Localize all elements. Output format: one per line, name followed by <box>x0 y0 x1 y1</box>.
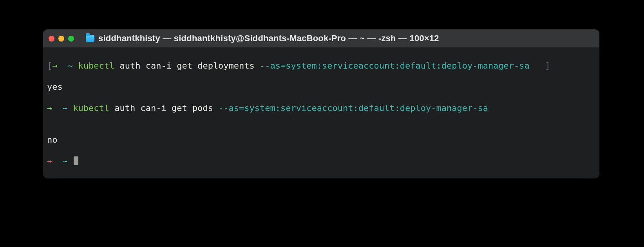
prompt-path: ~ <box>68 61 73 71</box>
minimize-icon[interactable] <box>58 36 64 42</box>
command-name: kubectl <box>73 103 109 113</box>
titlebar[interactable]: siddhantkhisty — siddhantkhisty@Siddhant… <box>43 29 599 47</box>
window-title: siddhantkhisty — siddhantkhisty@Siddhant… <box>98 33 594 44</box>
terminal-line: → ~ kubectl auth can-i get pods --as=sys… <box>47 103 595 113</box>
terminal-body[interactable]: [→ ~ kubectl auth can-i get deployments … <box>43 47 599 178</box>
command-flag: --as=system:serviceaccount:default:deplo… <box>260 61 530 71</box>
prompt-path: ~ <box>63 103 68 113</box>
terminal-line: → ~ <box>47 156 595 166</box>
command-args: auth can-i get deployments <box>114 61 260 71</box>
traffic-lights <box>49 36 74 42</box>
command-flag: --as=system:serviceaccount:default:deplo… <box>218 103 488 113</box>
command-args: auth can-i get pods <box>109 103 218 113</box>
close-icon[interactable] <box>49 36 54 42</box>
terminal-output: no <box>47 134 595 145</box>
prompt-path: ~ <box>63 156 68 166</box>
spacer <box>530 61 545 71</box>
bracket-close: ] <box>545 61 550 71</box>
prompt-arrow-icon: → <box>47 103 52 113</box>
command-name: kubectl <box>78 61 115 71</box>
bracket-open: [ <box>47 61 52 71</box>
folder-icon <box>86 35 94 42</box>
terminal-output: yes <box>47 82 595 92</box>
terminal-window[interactable]: siddhantkhisty — siddhantkhisty@Siddhant… <box>43 29 599 178</box>
cursor-icon <box>74 156 78 165</box>
prompt-arrow-icon: → <box>52 61 57 71</box>
prompt-arrow-icon: → <box>47 156 52 166</box>
zoom-icon[interactable] <box>68 36 74 42</box>
terminal-line: [→ ~ kubectl auth can-i get deployments … <box>47 60 595 71</box>
